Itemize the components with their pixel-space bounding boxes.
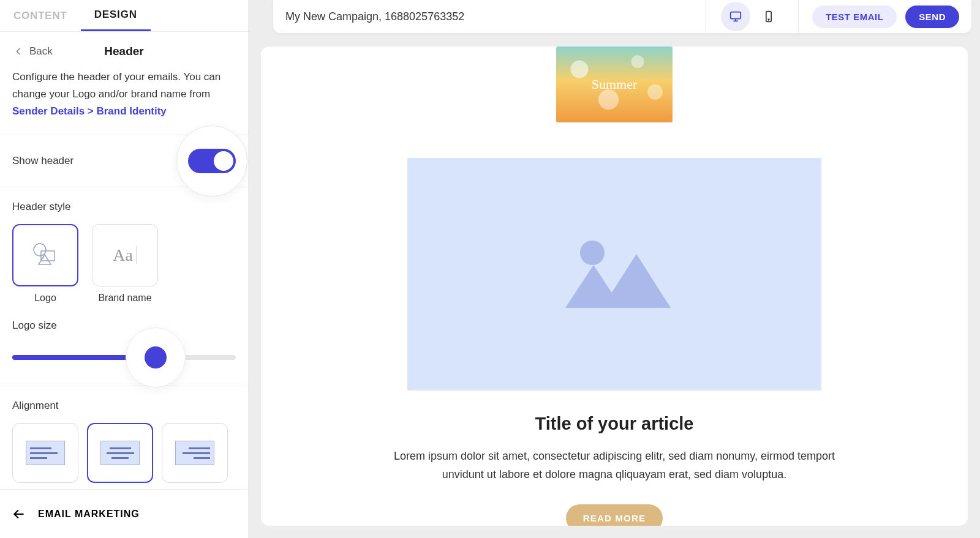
sidebar-footer-label: EMAIL MARKETING [38,509,140,520]
text-aa-icon: Aa [113,245,133,265]
sidebar-tabs: CONTENT DESIGN [0,0,248,32]
arrow-left-icon [11,506,27,522]
device-desktop-button[interactable] [721,2,750,31]
brand-identity-link[interactable]: Sender Details > Brand Identity [12,105,167,117]
alignment-center[interactable] [87,423,153,483]
back-label: Back [29,45,53,58]
slider-thumb[interactable] [145,346,167,368]
logo-size-title: Logo size [12,319,236,332]
header-style-brandname[interactable]: Aa [92,224,158,286]
show-header-toggle[interactable] [188,149,236,173]
header-style-logo[interactable] [12,224,78,286]
email-logo-image[interactable]: Summer [556,47,673,122]
send-button[interactable]: SEND [905,6,959,28]
tab-content[interactable]: CONTENT [0,0,81,31]
device-mobile-button[interactable] [754,2,783,31]
sidebar-footer[interactable]: EMAIL MARKETING [0,489,248,538]
alignment-left[interactable] [12,423,78,483]
design-sidebar: CONTENT DESIGN Back Header Configure the… [0,0,249,538]
device-toggle-group [706,0,799,33]
email-canvas[interactable]: Summer Title of your article Lorem ipsum… [261,47,968,526]
email-hero-placeholder[interactable] [407,158,821,390]
logo-shapes-icon [29,239,62,272]
panel-description: Configure the header of your emails. You… [0,64,248,135]
header-style-brandname-label: Brand name [98,293,151,304]
logo-size-slider[interactable] [12,343,236,372]
alignment-title: Alignment [12,400,236,412]
arrow-left-icon [12,45,24,58]
header-style-title: Header style [12,201,236,213]
topbar: My New Campaign, 1688025763352 TEST EMAI… [273,0,971,33]
svg-rect-2 [731,12,741,19]
email-read-more-button[interactable]: READ MORE [566,504,663,526]
image-placeholder-icon [565,241,663,308]
svg-point-4 [768,19,769,20]
alignment-right[interactable] [162,423,228,483]
show-header-label: Show header [12,155,74,167]
tab-design[interactable]: DESIGN [81,0,151,31]
text-cursor-icon [137,246,137,264]
main-area: My New Campaign, 1688025763352 TEST EMAI… [249,0,980,538]
header-style-logo-label: Logo [34,293,56,304]
back-button[interactable]: Back [12,45,53,58]
email-article-title[interactable]: Title of your article [535,414,694,434]
campaign-title[interactable]: My New Campaign, 1688025763352 [285,10,706,23]
smartphone-icon [763,10,775,23]
test-email-button[interactable]: TEST EMAIL [812,6,897,28]
monitor-icon [729,10,742,23]
panel-title: Header [104,45,143,58]
email-article-body[interactable]: Lorem ipsum dolor sit amet, consectetur … [394,447,835,484]
svg-point-0 [34,244,46,256]
panel-desc-text: Configure the header of your emails. You… [12,71,221,100]
email-logo-text: Summer [592,77,638,92]
